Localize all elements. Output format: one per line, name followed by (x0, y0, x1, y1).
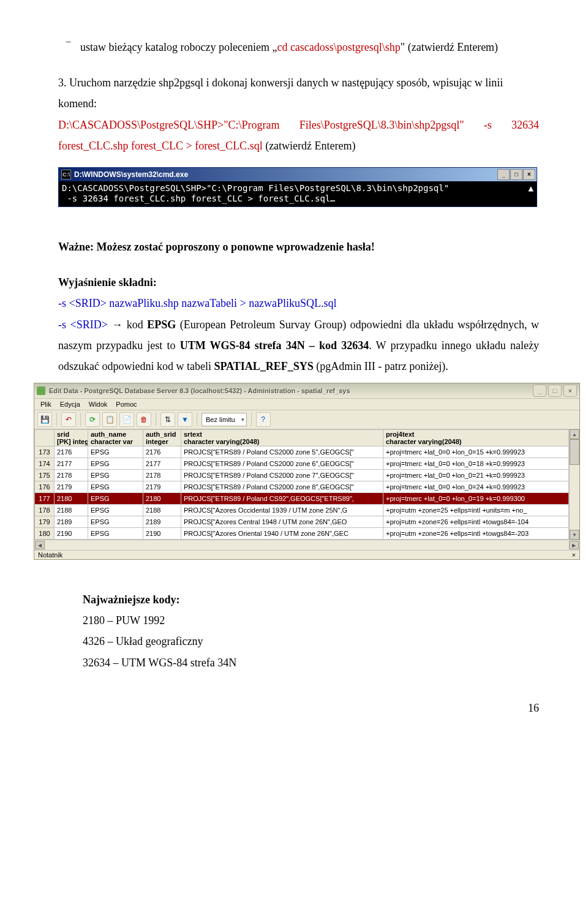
cell-srid[interactable]: 2178 (55, 470, 88, 481)
cell-srtext[interactable]: PROJCS["Azores Oriental 1940 / UTM zone … (181, 528, 383, 540)
table-row[interactable]: 1742177EPSG2177PROJCS["ETRS89 / Poland C… (35, 458, 569, 470)
cell-authname[interactable]: EPSG (88, 528, 143, 540)
cell-proj4text[interactable]: +proj=utm +zone=25 +ellps=intl +units=m … (383, 505, 569, 516)
row-header[interactable]: 177 (35, 493, 55, 505)
cell-proj4text[interactable]: +proj=tmerc +lat_0=0 +lon_0=21 +k=0.9999… (383, 470, 569, 481)
page-number: 16 (58, 698, 539, 718)
row-header[interactable]: 174 (35, 458, 55, 470)
cell-authsrid[interactable]: 2189 (143, 516, 181, 528)
horizontal-scrollbar[interactable]: ◀ ▶ (34, 540, 579, 550)
col-srtext: srtextcharacter varying(2048) (181, 430, 383, 446)
delete-icon[interactable]: 🗑 (137, 412, 151, 427)
table-row[interactable]: 1802190EPSG2190PROJCS["Azores Oriental 1… (35, 528, 569, 540)
copy-icon[interactable]: 📋 (102, 412, 117, 427)
cell-authname[interactable]: EPSG (88, 446, 143, 458)
minimize-button[interactable]: _ (533, 385, 546, 397)
syntax-explanation: -s <SRID> → kod EPSG (European Petroleum… (58, 314, 539, 377)
cell-srtext[interactable]: PROJCS["ETRS89 / Poland CS2000 zone 7",G… (181, 470, 383, 481)
cell-srid[interactable]: 2177 (55, 458, 88, 470)
bullet-text: ustaw bieżący katalog roboczy poleceniem… (80, 37, 498, 58)
scroll-up-icon[interactable]: ▲ (570, 429, 579, 439)
data-grid[interactable]: srid[PK] integer auth_namecharacter var … (34, 429, 569, 540)
scroll-left-icon[interactable]: ◀ (35, 541, 45, 549)
code-1: 2180 – PUW 1992 (83, 610, 539, 631)
pg-menubar[interactable]: Plik Edycja Widok Pomoc (34, 399, 579, 410)
cell-authsrid[interactable]: 2190 (143, 528, 181, 540)
menu-edycja[interactable]: Edycja (56, 400, 84, 409)
cell-authsrid[interactable]: 2178 (143, 470, 181, 481)
cell-authname[interactable]: EPSG (88, 470, 143, 481)
table-row[interactable]: 1752178EPSG2178PROJCS["ETRS89 / Poland C… (35, 470, 569, 481)
minimize-button[interactable]: _ (497, 169, 510, 180)
menu-widok[interactable]: Widok (85, 400, 111, 409)
cell-authsrid[interactable]: 2179 (143, 481, 181, 493)
cell-proj4text[interactable]: +proj=utm +zone=26 +ellps=intl +towgs84=… (383, 516, 569, 528)
scroll-right-icon[interactable]: ▶ (569, 541, 579, 549)
limit-dropdown[interactable]: Bez limitu (202, 413, 247, 426)
scroll-thumb[interactable] (570, 439, 579, 465)
cell-authsrid[interactable]: 2176 (143, 446, 181, 458)
col-srid: srid[PK] integer (55, 430, 88, 446)
table-row[interactable]: 1782188EPSG2188PROJCS["Azores Occidental… (35, 505, 569, 516)
paste-icon[interactable]: 📄 (119, 412, 134, 427)
undo-icon[interactable]: ↶ (61, 412, 76, 427)
cell-srid[interactable]: 2176 (55, 446, 88, 458)
cell-srtext[interactable]: PROJCS["ETRS89 / Poland CS2000 zone 6",G… (181, 458, 383, 470)
row-header[interactable]: 173 (35, 446, 55, 458)
menu-plik[interactable]: Plik (37, 400, 55, 409)
cell-srtext[interactable]: PROJCS["ETRS89 / Poland CS92",GEOGCS["ET… (181, 493, 383, 505)
table-row[interactable]: 1772180EPSG2180PROJCS["ETRS89 / Poland C… (35, 493, 569, 505)
cell-srtext[interactable]: PROJCS["Azores Occidental 1939 / UTM zon… (181, 505, 383, 516)
maximize-button[interactable]: □ (510, 169, 522, 180)
save-icon[interactable]: 💾 (37, 412, 52, 427)
cell-authname[interactable]: EPSG (88, 481, 143, 493)
cell-srid[interactable]: 2180 (55, 493, 88, 505)
cell-srtext[interactable]: PROJCS["ETRS89 / Poland CS2000 zone 8",G… (181, 481, 383, 493)
sort-icon[interactable]: ⇅ (160, 412, 175, 427)
refresh-icon[interactable]: ⟳ (85, 412, 100, 427)
row-header[interactable]: 180 (35, 528, 55, 540)
row-header[interactable]: 178 (35, 505, 55, 516)
pg-app-icon (37, 386, 45, 395)
help-icon[interactable]: ? (256, 412, 271, 427)
cell-srid[interactable]: 2179 (55, 481, 88, 493)
row-header[interactable]: 179 (35, 516, 55, 528)
table-row[interactable]: 1762179EPSG2179PROJCS["ETRS89 / Poland C… (35, 481, 569, 493)
cell-proj4text[interactable]: +proj=tmerc +lat_0=0 +lon_0=24 +k=0.9999… (383, 481, 569, 493)
status-close-icon[interactable]: × (572, 551, 576, 559)
table-row[interactable]: 1792189EPSG2189PROJCS["Azores Central 19… (35, 516, 569, 528)
cell-proj4text[interactable]: +proj=utm +zone=26 +ellps=intl +towgs84=… (383, 528, 569, 540)
scroll-down-icon[interactable]: ▼ (570, 530, 579, 540)
cell-proj4text[interactable]: +proj=tmerc +lat_0=0 +lon_0=15 +k=0.9999… (383, 446, 569, 458)
cmd-window: C:\ D:\WINDOWS\system32\cmd.exe _ □ × D:… (58, 167, 537, 207)
cell-srtext[interactable]: PROJCS["Azores Central 1948 / UTM zone 2… (181, 516, 383, 528)
menu-pomoc[interactable]: Pomoc (112, 400, 140, 409)
cell-authname[interactable]: EPSG (88, 493, 143, 505)
cmd-titlebar[interactable]: C:\ D:\WINDOWS\system32\cmd.exe _ □ × (59, 168, 537, 181)
cell-authname[interactable]: EPSG (88, 505, 143, 516)
cell-authname[interactable]: EPSG (88, 516, 143, 528)
row-header[interactable]: 176 (35, 481, 55, 493)
cell-proj4text[interactable]: +proj=tmerc +lat_0=0 +lon_0=18 +k=0.9999… (383, 458, 569, 470)
vertical-scrollbar[interactable]: ▲ ▼ (569, 429, 579, 540)
cell-srid[interactable]: 2190 (55, 528, 88, 540)
row-header[interactable]: 175 (35, 470, 55, 481)
cell-srid[interactable]: 2189 (55, 516, 88, 528)
codes-heading: Najważniejsze kody: (83, 589, 539, 610)
cell-authsrid[interactable]: 2180 (143, 493, 181, 505)
cmd-body[interactable]: D:\CASCADOSS\PostgreSQL\SHP>"C:\Program … (59, 181, 537, 206)
cell-srtext[interactable]: PROJCS["ETRS89 / Poland CS2000 zone 5",G… (181, 446, 383, 458)
cell-authsrid[interactable]: 2188 (143, 505, 181, 516)
cell-srid[interactable]: 2188 (55, 505, 88, 516)
close-button[interactable]: × (523, 169, 535, 180)
pg-titlebar[interactable]: Edit Data - PostgreSQL Database Server 8… (34, 383, 579, 399)
syntax-line: -s <SRID> nazwaPliku.shp nazwaTabeli > n… (58, 293, 539, 314)
table-row[interactable]: 1732176EPSG2176PROJCS["ETRS89 / Poland C… (35, 446, 569, 458)
important-note: Ważne: Możesz zostać poproszony o ponown… (58, 236, 539, 257)
cell-proj4text[interactable]: +proj=tmerc +lat_0=0 +lon_0=19 +k=0.9993… (383, 493, 569, 505)
maximize-button[interactable]: □ (548, 385, 562, 397)
cell-authname[interactable]: EPSG (88, 458, 143, 470)
filter-icon[interactable]: ▼ (178, 412, 192, 427)
close-button[interactable]: × (564, 385, 577, 397)
cell-authsrid[interactable]: 2177 (143, 458, 181, 470)
